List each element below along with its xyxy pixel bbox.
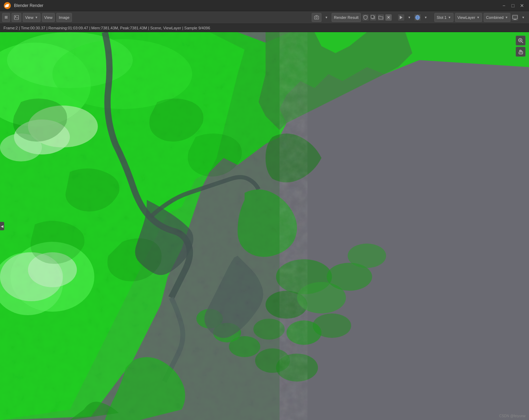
render-dropdown[interactable]: ▼ xyxy=(406,13,413,22)
folder-icon-btn[interactable] xyxy=(378,14,384,21)
svg-rect-11 xyxy=(371,15,374,18)
combined-caret: ▼ xyxy=(505,16,508,19)
render-area: ◀ CSDN @feiyunw xyxy=(0,32,529,420)
hand-icon xyxy=(518,49,523,55)
svg-point-38 xyxy=(348,244,386,268)
status-bar: Frame:2 | Time:00:30.37 | Remaining:01:0… xyxy=(0,24,529,32)
svg-point-7 xyxy=(15,16,16,17)
view-menu[interactable]: View ▼ xyxy=(23,13,41,22)
title-bar: Blender Render − □ ✕ xyxy=(0,0,529,11)
close-x-icon-btn[interactable]: ✕ xyxy=(385,14,392,21)
svg-rect-8 xyxy=(314,16,319,19)
svg-rect-3 xyxy=(5,5,7,6)
image-icon xyxy=(14,15,19,20)
svg-rect-5 xyxy=(5,7,7,7)
slot-label: Slot 1 xyxy=(437,15,447,20)
svg-point-35 xyxy=(287,320,321,345)
toolbar: ⊞ View ▼ View Image ▼ Render Result xyxy=(0,11,529,24)
copy-icon-btn[interactable] xyxy=(370,14,376,21)
view-label2-text: View xyxy=(44,15,53,20)
minimize-button[interactable]: − xyxy=(500,2,507,9)
slot-caret: ▼ xyxy=(448,16,451,19)
svg-rect-18 xyxy=(513,15,517,19)
view-mode-button[interactable]: ⊞ xyxy=(2,13,10,22)
close-x-icon: ✕ xyxy=(387,15,390,20)
status-text: Frame:2 | Time:00:30.37 | Remaining:01:0… xyxy=(3,26,210,30)
view-label2-menu[interactable]: View xyxy=(42,13,55,22)
viewlayer-label: ViewLayer xyxy=(457,15,475,20)
svg-line-46 xyxy=(522,42,523,43)
svg-rect-6 xyxy=(14,15,19,20)
slot-dropdown[interactable]: Slot 1 ▼ xyxy=(434,13,454,22)
view-mode-icon: ⊞ xyxy=(5,15,8,20)
blender-logo-icon xyxy=(3,2,11,9)
globe-dropdown[interactable]: ▼ xyxy=(422,13,429,22)
combined-dropdown[interactable]: Combined ▼ xyxy=(484,13,510,22)
image-icon-button[interactable] xyxy=(12,13,21,22)
display-icon xyxy=(512,15,518,20)
camera-dropdown[interactable]: ▼ xyxy=(323,13,330,22)
zoom-icon xyxy=(518,38,523,43)
pan-tool-button[interactable] xyxy=(516,47,526,57)
svg-rect-4 xyxy=(5,6,8,7)
render-result-label: Render Result xyxy=(332,13,361,22)
left-edge-arrow[interactable]: ◀ xyxy=(0,222,4,230)
svg-point-9 xyxy=(316,17,317,19)
watermark-text: CSDN @feiyunw xyxy=(499,414,526,418)
globe-icon-btn[interactable] xyxy=(414,14,421,21)
maximize-button[interactable]: □ xyxy=(509,2,516,9)
close-button[interactable]: ✕ xyxy=(519,2,526,9)
camera-icon xyxy=(314,15,319,20)
view-label: View xyxy=(25,15,34,20)
display-dropdown[interactable]: ▼ xyxy=(520,13,527,22)
copy-icon xyxy=(371,15,376,20)
render-canvas xyxy=(0,32,529,420)
svg-marker-12 xyxy=(400,16,403,19)
combined-label: Combined xyxy=(486,15,503,20)
display-icon-btn[interactable] xyxy=(512,14,518,21)
viewlayer-dropdown[interactable]: ViewLayer ▼ xyxy=(455,13,482,22)
camera-icon-button[interactable] xyxy=(312,13,321,22)
render-icon-btn[interactable] xyxy=(398,14,404,21)
image-label: Image xyxy=(59,15,70,20)
svg-rect-19 xyxy=(514,19,516,20)
shield-icon-btn[interactable] xyxy=(362,14,369,21)
watermark: CSDN @feiyunw xyxy=(499,414,526,418)
zoom-tool-button[interactable] xyxy=(516,36,526,45)
view-caret: ▼ xyxy=(35,16,38,19)
side-tools xyxy=(516,36,526,57)
globe-icon xyxy=(415,15,420,20)
render-icon xyxy=(399,15,404,20)
app-title: Blender Render xyxy=(14,3,43,8)
image-menu[interactable]: Image xyxy=(56,13,72,22)
folder-icon xyxy=(378,15,383,20)
left-arrow-icon: ◀ xyxy=(1,224,3,228)
shield-icon xyxy=(363,15,368,20)
viewlayer-caret: ▼ xyxy=(477,16,480,19)
